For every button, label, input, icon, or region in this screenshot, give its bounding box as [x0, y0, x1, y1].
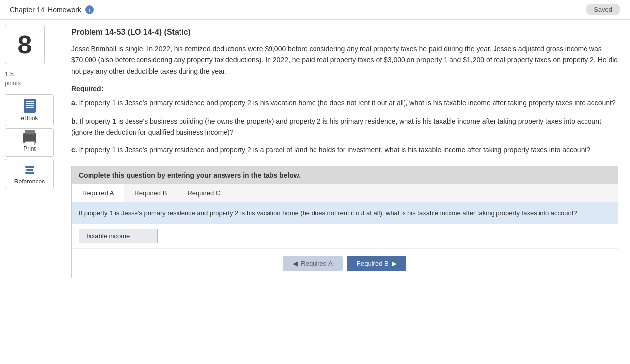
required-label: Required:: [71, 85, 618, 92]
tab-description: If property 1 is Jesse's primary residen…: [72, 202, 618, 225]
ebook-icon: [24, 99, 36, 113]
question-c: c. If property 1 is Jesse's primary resi…: [71, 144, 618, 155]
tab-required-a[interactable]: Required A: [72, 184, 124, 202]
print-button[interactable]: Print: [5, 128, 54, 157]
answer-section: Complete this question by entering your …: [71, 166, 618, 279]
question-c-text: If property 1 is Jesse's primary residen…: [79, 146, 591, 154]
navigation-buttons: ◀ Required A Required B ▶: [72, 249, 618, 278]
tab-required-b[interactable]: Required B: [124, 184, 177, 202]
answer-row: Taxable income: [72, 224, 618, 249]
question-b: b. If property 1 is Jesse's business bui…: [71, 116, 618, 138]
next-button[interactable]: Required B ▶: [347, 256, 406, 271]
prev-label: Required A: [301, 260, 332, 267]
references-icon: [24, 163, 35, 176]
saved-badge: Saved: [586, 4, 620, 15]
taxable-income-input-cell: [158, 228, 231, 244]
print-icon: [23, 133, 36, 143]
ebook-label: eBook: [21, 115, 38, 122]
problem-title: Problem 14-53 (LO 14-4) (Static): [71, 28, 618, 37]
points-label: points: [5, 80, 54, 87]
next-label: Required B: [357, 260, 389, 267]
info-icon[interactable]: i: [85, 5, 94, 14]
tab-required-c[interactable]: Required C: [177, 184, 230, 202]
question-c-letter: c.: [71, 146, 77, 154]
question-a-letter: a.: [71, 99, 77, 107]
page-header: Chapter 14: Homework i Saved: [0, 0, 630, 20]
prev-icon: ◀: [293, 260, 298, 267]
next-icon: ▶: [392, 260, 397, 267]
print-label: Print: [23, 145, 36, 152]
main-layout: 8 1.5 points eBook Print References: [0, 20, 630, 362]
tabs-bar: Required A Required B Required C: [72, 184, 618, 202]
prev-button[interactable]: ◀ Required A: [283, 256, 342, 271]
question-b-text: If property 1 is Jesse's business buildi…: [71, 117, 601, 136]
references-label: References: [14, 178, 45, 185]
question-b-letter: b.: [71, 117, 77, 125]
ebook-button[interactable]: eBook: [5, 94, 54, 126]
problem-text: Jesse Brimhall is single. In 2022, his i…: [71, 44, 618, 77]
question-a-text: If property 1 is Jesse's primary residen…: [79, 99, 616, 107]
tab-content: If property 1 is Jesse's primary residen…: [72, 202, 618, 249]
problem-number: 8: [5, 25, 45, 64]
taxable-income-label: Taxable income: [79, 229, 158, 243]
header-left: Chapter 14: Homework i: [10, 5, 94, 14]
taxable-income-input[interactable]: [160, 230, 229, 242]
answer-header: Complete this question by entering your …: [72, 166, 618, 184]
sidebar: 8 1.5 points eBook Print References: [0, 20, 59, 362]
page-title: Chapter 14: Homework: [10, 6, 81, 14]
content-area: Problem 14-53 (LO 14-4) (Static) Jesse B…: [59, 20, 630, 362]
references-button[interactable]: References: [5, 159, 54, 189]
points-value: 1.5: [5, 70, 54, 78]
sidebar-buttons: eBook Print References: [5, 94, 54, 189]
question-a: a. If property 1 is Jesse's primary resi…: [71, 97, 618, 108]
